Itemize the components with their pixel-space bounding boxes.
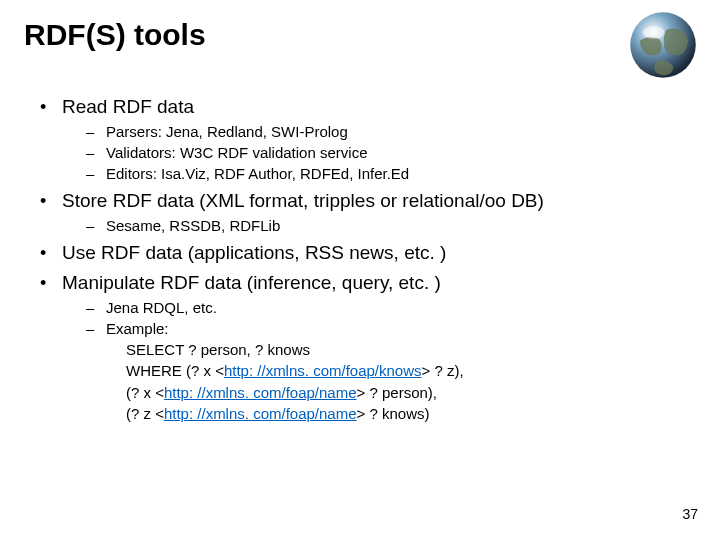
- link-name-1[interactable]: http: //xmlns. com/foap/name: [164, 384, 357, 401]
- text: > ? knows): [357, 405, 430, 422]
- bullet-text: Use RDF data (applications, RSS news, et…: [62, 242, 446, 263]
- globe-icon: [624, 6, 702, 84]
- sub-text: Editors: Isa.Viz, RDF Author, RDFEd, Inf…: [106, 165, 409, 182]
- text: (? x <: [126, 384, 164, 401]
- sub-store-libs: Sesame, RSSDB, RDFLib: [86, 216, 680, 236]
- sub-editors: Editors: Isa.Viz, RDF Author, RDFEd, Inf…: [86, 164, 680, 184]
- bullet-store-rdf: Store RDF data (XML format, tripples or …: [40, 188, 680, 214]
- bullet-text: Manipulate RDF data (inference, query, e…: [62, 272, 441, 293]
- page-number: 37: [682, 506, 698, 522]
- content-body: Read RDF data Parsers: Jena, Redland, SW…: [40, 90, 680, 425]
- example-line-2: WHERE (? x <http: //xmlns. com/foap/know…: [126, 361, 680, 381]
- bullet-text: Store RDF data (XML format, tripples or …: [62, 190, 544, 211]
- sub-jena-rdql: Jena RDQL, etc.: [86, 298, 680, 318]
- example-line-4: (? z <http: //xmlns. com/foap/name> ? kn…: [126, 404, 680, 424]
- example-line-1: SELECT ? person, ? knows: [126, 340, 680, 360]
- bullet-use-rdf: Use RDF data (applications, RSS news, et…: [40, 240, 680, 266]
- example-line-3: (? x <http: //xmlns. com/foap/name> ? pe…: [126, 383, 680, 403]
- bullet-manipulate-rdf: Manipulate RDF data (inference, query, e…: [40, 270, 680, 296]
- sub-example: Example:: [86, 319, 680, 339]
- bullet-read-rdf: Read RDF data: [40, 94, 680, 120]
- text: > ? z),: [422, 362, 464, 379]
- link-name-2[interactable]: http: //xmlns. com/foap/name: [164, 405, 357, 422]
- sub-text: Jena RDQL, etc.: [106, 299, 217, 316]
- sub-text: Validators: W3C RDF validation service: [106, 144, 367, 161]
- link-knows[interactable]: http: //xmlns. com/foap/knows: [224, 362, 422, 379]
- slide-title: RDF(S) tools: [24, 18, 206, 52]
- sub-text: Example:: [106, 320, 169, 337]
- sub-validators: Validators: W3C RDF validation service: [86, 143, 680, 163]
- text: WHERE (? x <: [126, 362, 224, 379]
- sub-text: Parsers: Jena, Redland, SWI-Prolog: [106, 123, 348, 140]
- svg-point-1: [643, 26, 665, 38]
- sub-parsers: Parsers: Jena, Redland, SWI-Prolog: [86, 122, 680, 142]
- sub-text: Sesame, RSSDB, RDFLib: [106, 217, 280, 234]
- text: > ? person),: [357, 384, 437, 401]
- slide: RDF(S) tools Read RDF data Parsers: Jena…: [0, 0, 720, 540]
- bullet-text: Read RDF data: [62, 96, 194, 117]
- text: (? z <: [126, 405, 164, 422]
